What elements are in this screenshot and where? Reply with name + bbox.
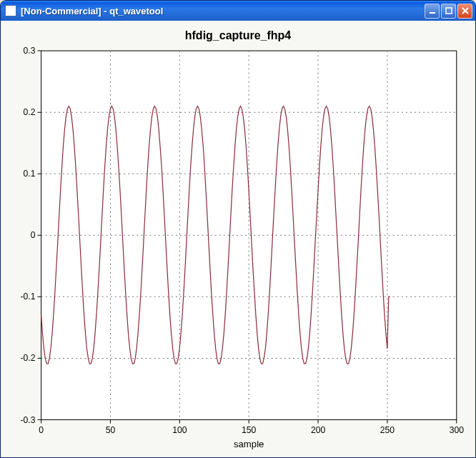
minimize-button[interactable] bbox=[425, 4, 440, 19]
waveform-plot: 050100150200250300-0.3-0.2-0.100.10.20.3… bbox=[6, 46, 470, 452]
svg-rect-1 bbox=[446, 8, 452, 14]
svg-text:100: 100 bbox=[172, 425, 187, 435]
app-icon bbox=[5, 5, 16, 16]
plot-area[interactable]: 050100150200250300-0.3-0.2-0.100.10.20.3… bbox=[6, 46, 470, 452]
svg-text:0: 0 bbox=[31, 230, 36, 240]
client-area: hfdig_capture_fhp4 050100150200250300-0.… bbox=[1, 21, 475, 457]
svg-text:300: 300 bbox=[450, 425, 465, 435]
titlebar[interactable]: [Non-Commercial] - qt_wavetool bbox=[1, 1, 475, 21]
window-buttons bbox=[425, 4, 472, 19]
window-title: [Non-Commercial] - qt_wavetool bbox=[21, 6, 425, 16]
svg-text:250: 250 bbox=[380, 425, 395, 435]
application-window: [Non-Commercial] - qt_wavetool hfdig_ca bbox=[0, 0, 476, 458]
svg-text:-0.3: -0.3 bbox=[21, 415, 36, 425]
svg-rect-0 bbox=[430, 12, 435, 14]
svg-text:-0.2: -0.2 bbox=[21, 353, 36, 363]
close-icon bbox=[461, 6, 470, 15]
svg-text:50: 50 bbox=[106, 425, 116, 435]
svg-text:0.1: 0.1 bbox=[24, 169, 36, 179]
svg-text:-0.1: -0.1 bbox=[21, 292, 36, 302]
svg-text:150: 150 bbox=[242, 425, 257, 435]
svg-text:0.2: 0.2 bbox=[24, 107, 36, 117]
svg-text:200: 200 bbox=[311, 425, 326, 435]
close-button[interactable] bbox=[457, 4, 472, 19]
minimize-icon bbox=[428, 6, 437, 15]
svg-text:0.3: 0.3 bbox=[24, 46, 36, 56]
chart-title: hfdig_capture_fhp4 bbox=[6, 26, 470, 46]
maximize-icon bbox=[445, 6, 453, 15]
svg-text:0: 0 bbox=[39, 425, 44, 435]
maximize-button[interactable] bbox=[441, 4, 456, 19]
svg-text:sample: sample bbox=[234, 439, 264, 449]
